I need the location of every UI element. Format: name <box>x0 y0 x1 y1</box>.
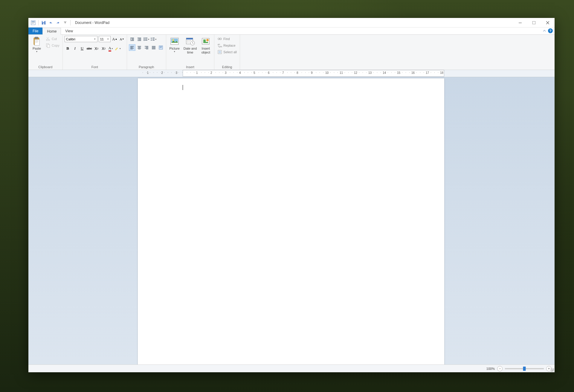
ruler-tick: 3 <box>225 71 227 74</box>
svg-point-19 <box>48 39 50 41</box>
svg-rect-25 <box>132 39 134 40</box>
minimize-button[interactable] <box>513 18 527 28</box>
svg-rect-13 <box>35 37 38 39</box>
align-right-button[interactable] <box>143 44 150 51</box>
svg-rect-66 <box>189 40 190 41</box>
window-controls <box>513 18 555 28</box>
undo-button[interactable] <box>48 20 54 26</box>
svg-rect-42 <box>130 48 134 48</box>
cut-button[interactable]: Cut <box>45 36 61 42</box>
chevron-down-icon: ▼ <box>155 38 157 40</box>
svg-rect-36 <box>145 40 147 41</box>
quick-access-toolbar <box>28 18 73 27</box>
maximize-button[interactable] <box>527 18 541 28</box>
font-size-select[interactable]: 11▼ <box>99 36 111 42</box>
ruler-tick: 4 <box>239 71 241 74</box>
tab-file[interactable]: File <box>28 28 42 34</box>
insert-object-button[interactable]: Insertobject <box>199 36 212 55</box>
grow-font-button[interactable]: A▲ <box>112 36 118 42</box>
svg-rect-1 <box>32 21 35 22</box>
zoom-slider[interactable] <box>505 368 544 369</box>
zoom-level[interactable]: 100% <box>486 367 495 370</box>
svg-rect-69 <box>189 42 190 42</box>
svg-rect-43 <box>130 49 133 49</box>
font-color-button[interactable]: A▼ <box>108 45 114 52</box>
ruler-tick: 17 <box>426 71 429 74</box>
svg-rect-59 <box>160 48 161 48</box>
underline-button[interactable]: U <box>79 45 86 52</box>
ruler-tick: 13 <box>368 71 372 74</box>
increase-indent-button[interactable] <box>136 36 143 42</box>
tab-home[interactable]: Home <box>42 28 61 35</box>
superscript-button[interactable]: X2 <box>100 45 107 52</box>
wordpad-window: Document - WordPad File Home View ? Past… <box>28 18 555 372</box>
ruler-tick: 8 <box>297 71 298 74</box>
svg-rect-34 <box>145 39 147 39</box>
app-icon[interactable] <box>30 20 36 26</box>
ruler-tick: 3 <box>175 71 177 74</box>
find-button[interactable]: Find <box>216 36 238 42</box>
tab-view[interactable]: View <box>61 28 77 34</box>
svg-point-31 <box>144 38 144 39</box>
close-button[interactable] <box>541 18 555 28</box>
picture-button[interactable]: Picture ▼ <box>168 36 181 53</box>
select-all-button[interactable]: Select all <box>216 49 238 55</box>
collapse-ribbon-icon[interactable] <box>543 29 546 33</box>
ruler-tick: 16 <box>411 71 415 74</box>
qat-customize-button[interactable] <box>62 20 68 26</box>
clipboard-group: Paste ▼ Cut Copy Clipboard <box>28 35 63 70</box>
svg-rect-54 <box>152 48 155 48</box>
replace-icon: abac <box>217 43 222 48</box>
help-icon[interactable]: ? <box>548 28 553 33</box>
copy-label: Copy <box>52 44 59 47</box>
select-all-icon <box>217 50 222 54</box>
ruler[interactable]: 3····2····1···· 1···2···3···4···5···6···… <box>28 70 555 77</box>
line-spacing-button[interactable]: ▼ <box>150 36 157 42</box>
ruler-tick: 10 <box>325 71 329 74</box>
document-page[interactable] <box>138 78 444 364</box>
svg-rect-67 <box>190 40 191 41</box>
highlight-button[interactable]: ▼ <box>115 45 121 52</box>
bullets-button[interactable]: ▼ <box>143 36 150 42</box>
statusbar: 100% − + <box>28 364 555 372</box>
decrease-indent-button[interactable] <box>129 36 135 42</box>
justify-button[interactable] <box>150 44 157 51</box>
svg-rect-8 <box>44 21 45 22</box>
shrink-font-button[interactable]: A▼ <box>119 36 125 42</box>
ruler-tick: 9 <box>311 71 313 74</box>
zoom-out-button[interactable]: − <box>497 366 503 371</box>
paste-button[interactable]: Paste ▼ <box>30 36 43 53</box>
font-family-select[interactable]: Calibri▼ <box>65 36 97 42</box>
align-center-button[interactable] <box>136 44 143 51</box>
bold-button[interactable]: B <box>65 45 71 52</box>
svg-point-62 <box>172 39 174 41</box>
datetime-button[interactable]: Date andtime <box>182 36 198 55</box>
svg-rect-3 <box>32 23 35 23</box>
align-left-button[interactable] <box>129 44 135 51</box>
object-label-2: object <box>201 51 210 54</box>
zoom-thumb[interactable] <box>523 367 526 371</box>
resize-grip-icon[interactable] <box>550 368 554 372</box>
replace-label: Replace <box>223 44 235 47</box>
editing-group: Find abac Replace Select all Editing <box>214 35 240 70</box>
replace-button[interactable]: abac Replace <box>216 42 238 48</box>
datetime-label-2: time <box>187 51 193 54</box>
svg-text:ab: ab <box>218 43 220 45</box>
redo-button[interactable] <box>55 20 61 26</box>
paragraph-dialog-button[interactable] <box>158 44 164 51</box>
strikethrough-button[interactable]: abc <box>86 45 93 52</box>
svg-rect-75 <box>219 38 220 39</box>
font-group: Calibri▼ 11▼ A▲ A▼ B I U abc X2 X2 A▼ ▼ … <box>63 35 127 70</box>
svg-rect-27 <box>138 38 141 38</box>
svg-rect-30 <box>138 40 141 41</box>
datetime-label-1: Date and <box>184 47 197 50</box>
ruler-negative: 3····2····1···· <box>138 70 183 77</box>
save-button[interactable] <box>41 20 47 26</box>
subscript-button[interactable]: X2 <box>93 45 100 52</box>
ruler-tick: 2 <box>161 71 163 74</box>
copy-button[interactable]: Copy <box>45 42 61 48</box>
italic-button[interactable]: I <box>72 45 78 52</box>
chevron-down-icon: ▼ <box>36 51 38 53</box>
scissors-icon <box>46 36 51 41</box>
svg-text:ac: ac <box>220 45 222 48</box>
